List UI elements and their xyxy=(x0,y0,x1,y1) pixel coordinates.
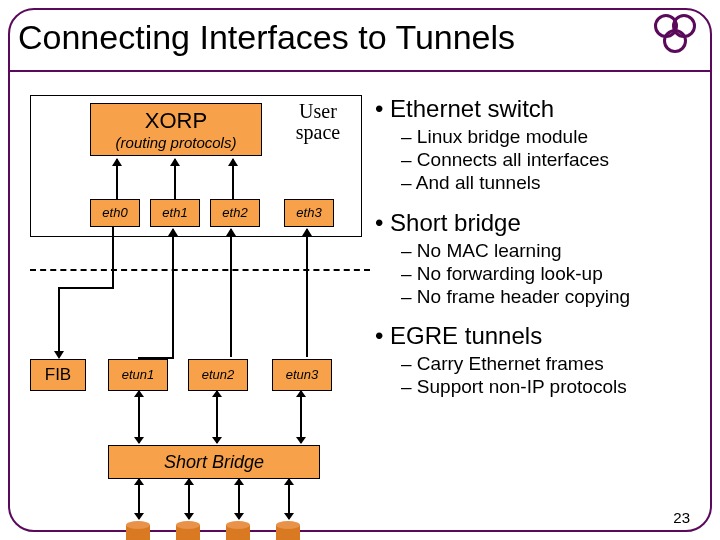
bullet-l1: • Short bridge xyxy=(375,209,706,237)
cylinder-2 xyxy=(176,521,200,540)
page-number: 23 xyxy=(673,509,690,526)
bullet-l2: – Connects all interfaces xyxy=(401,148,706,171)
eth2-box: eth2 xyxy=(210,199,260,227)
xorp-title: XORP xyxy=(91,108,261,134)
darrow-etun2-sb xyxy=(216,391,218,443)
eth3-box: eth3 xyxy=(284,199,334,227)
cylinder-4 xyxy=(276,521,300,540)
userspace-l2: space xyxy=(296,121,340,143)
logo-icon xyxy=(652,12,700,60)
cylinder-3 xyxy=(226,521,250,540)
short-bridge-box: Short Bridge xyxy=(108,445,320,479)
darrow-sb-cyl3 xyxy=(238,479,240,519)
bullet-l2: – No MAC learning xyxy=(401,239,706,262)
darrow-etun3-sb xyxy=(300,391,302,443)
arrow-xorp-eth1 xyxy=(174,159,176,199)
arrow-eth1-etun1-h xyxy=(138,357,174,359)
arrow-xorp-eth0 xyxy=(116,159,118,199)
bullet-list: • Ethernet switch– Linux bridge module– … xyxy=(375,95,706,398)
fib-box: FIB xyxy=(30,359,86,391)
arrow-eth0-fib xyxy=(58,227,114,359)
eth0-box: eth0 xyxy=(90,199,140,227)
diagram: XORP (routing protocols) User space eth0… xyxy=(30,95,370,520)
arrow-xorp-eth2 xyxy=(232,159,234,199)
userspace-l1: User xyxy=(299,100,337,122)
eth1-box: eth1 xyxy=(150,199,200,227)
arrow-eth2-etun2 xyxy=(230,229,232,357)
userspace-label: User space xyxy=(282,101,354,143)
bullet-l2: – No forwarding look-up xyxy=(401,262,706,285)
bullet-l2: – Support non-IP protocols xyxy=(401,375,706,398)
bullet-l2: – And all tunnels xyxy=(401,171,706,194)
slide-title: Connecting Interfaces to Tunnels xyxy=(18,18,515,57)
arrow-eth3-etun3 xyxy=(306,229,308,357)
etun3-box: etun3 xyxy=(272,359,332,391)
darrow-etun1-sb xyxy=(138,391,140,443)
bullet-l2: – No frame header copying xyxy=(401,285,706,308)
bullet-l1: • EGRE tunnels xyxy=(375,322,706,350)
bullet-l2: – Carry Ethernet frames xyxy=(401,352,706,375)
arrow-eth1-etun1 xyxy=(172,229,174,357)
title-underline xyxy=(10,70,710,72)
etun2-box: etun2 xyxy=(188,359,248,391)
bullet-l1: • Ethernet switch xyxy=(375,95,706,123)
darrow-sb-cyl1 xyxy=(138,479,140,519)
xorp-box: XORP (routing protocols) xyxy=(90,103,262,156)
xorp-subtitle: (routing protocols) xyxy=(91,134,261,151)
bullet-l2: – Linux bridge module xyxy=(401,125,706,148)
os-label: OS xyxy=(340,535,368,540)
darrow-sb-cyl2 xyxy=(188,479,190,519)
cylinder-1 xyxy=(126,521,150,540)
etun1-box: etun1 xyxy=(108,359,168,391)
darrow-sb-cyl4 xyxy=(288,479,290,519)
